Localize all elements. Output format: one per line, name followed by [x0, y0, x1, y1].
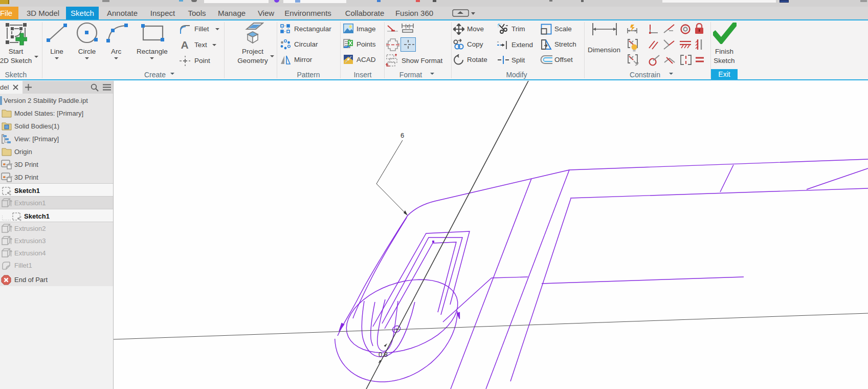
svg-text:0.8: 0.8 [379, 351, 388, 358]
svg-text:6: 6 [400, 132, 404, 139]
svg-text:{x}: {x} [405, 24, 411, 29]
svg-text:A: A [181, 40, 188, 50]
